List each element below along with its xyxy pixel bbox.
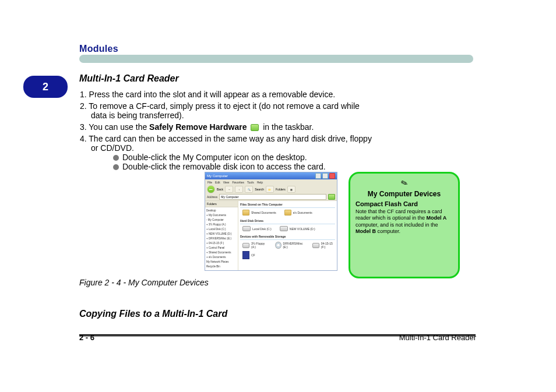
menu-tools[interactable]: Tools: [247, 181, 254, 184]
header-bar: [79, 55, 473, 63]
toolbar: ⟵ Back → ↑ 🔍 Search 📁 Folders ▦: [205, 185, 337, 193]
tree-item[interactable]: - My Computer: [206, 218, 237, 223]
footer-text: Multi-In-1 Card Reader: [399, 333, 476, 342]
menu-view[interactable]: View: [223, 181, 230, 184]
folders-button[interactable]: 📁: [266, 186, 274, 193]
tree-item[interactable]: Recycle Bin: [206, 264, 237, 269]
address-input[interactable]: My Computer: [219, 194, 326, 200]
new-volume-d-item[interactable]: NEW VOLUME (D:): [280, 226, 315, 231]
tree-item[interactable]: + 3½ Floppy (A:): [206, 223, 237, 227]
drive-icon: [280, 226, 288, 231]
floppy-a-item[interactable]: 3½ Floppy (A:): [242, 242, 267, 249]
menu-file[interactable]: File: [207, 181, 212, 184]
maximize-button[interactable]: [322, 173, 328, 179]
group-hard-disk: Hard Disk Drives: [240, 219, 335, 223]
tree-item[interactable]: My Network Places: [206, 260, 237, 264]
menu-edit[interactable]: Edit: [215, 181, 220, 184]
tree-item[interactable]: + a's Documents: [206, 255, 237, 260]
cd-icon: [275, 242, 281, 249]
window-titlebar: My Computer: [205, 172, 337, 179]
address-row: Address My Computer: [205, 193, 337, 201]
up-button[interactable]: ↑: [235, 186, 243, 193]
sidebar-header: Folders: [205, 201, 238, 207]
header-text: Modules: [79, 44, 118, 54]
folder-icon: [284, 210, 291, 216]
compact-flash-icon: [242, 251, 249, 259]
menu-favorites[interactable]: Favorites: [232, 181, 244, 184]
tree-item[interactable]: Desktop: [206, 209, 237, 213]
cd-e-item[interactable]: DRIVERS/Misc (E:): [275, 242, 304, 249]
tree-item[interactable]: + NEW VOLUME (D:): [206, 232, 237, 236]
copy-heading: Copying Files to a Multi-In-1 Card: [79, 309, 227, 319]
step-4b: or CD/DVD.: [91, 143, 417, 153]
cf-card-item[interactable]: CF: [242, 251, 255, 259]
user-documents-item[interactable]: a's Documents: [284, 210, 312, 216]
drive-icon: [242, 226, 251, 231]
back-button[interactable]: ⟵: [207, 185, 215, 193]
window-title: My Computer: [207, 174, 228, 178]
local-disk-c-item[interactable]: Local Disk (C:): [242, 226, 272, 231]
address-label: Address: [207, 195, 217, 199]
step-2b: data is being transferred).: [91, 111, 417, 120]
chapter-pill: 2: [23, 76, 68, 98]
search-button[interactable]: 🔍: [245, 186, 253, 193]
forward-button[interactable]: →: [225, 186, 233, 193]
tree-item[interactable]: + Shared Documents: [206, 250, 237, 255]
sidebar-panel: Folders Desktop + My Documents - My Comp…: [205, 201, 238, 271]
screenshot-my-computer: My Computer File Edit View Favorites Too…: [205, 172, 337, 271]
floppy-icon: [242, 243, 249, 248]
step-4-sub1: Double-click the My Computer icon on the…: [113, 153, 307, 162]
note-body: Note that the CF card requires a card re…: [356, 209, 453, 235]
step-4: 4. The card can then be accessed in the …: [80, 134, 406, 143]
safely-remove-icon: [251, 124, 259, 131]
folder-icon: [242, 210, 249, 216]
step-1: 1. Press the card into the slot and it w…: [80, 90, 406, 99]
step-2: 2. To remove a CF-card, simply press it …: [80, 101, 406, 111]
step-3: 3. You can use the Safely Remove Hardwar…: [80, 122, 406, 132]
go-button[interactable]: [328, 194, 335, 200]
menu-bar: File Edit View Favorites Tools Help: [205, 179, 337, 185]
tree-item[interactable]: + My Documents: [206, 213, 237, 218]
tree-item[interactable]: + DRIVERS/Misc (E:): [206, 236, 237, 241]
close-button[interactable]: [329, 173, 335, 179]
tree-item[interactable]: + Control Panel: [206, 246, 237, 250]
note-subtitle: Compact Flash Card: [356, 200, 453, 207]
group-files-stored: Files Stored on This Computer: [240, 203, 335, 206]
drive-icon: [312, 243, 319, 248]
section-title: Multi-In-1 Card Reader: [79, 73, 179, 84]
tree-item[interactable]: + 04-15-15 (F:): [206, 241, 237, 246]
figure-label: Figure 2 - 4 - My Computer Devices: [79, 278, 209, 287]
footer-page-number: 2 - 6: [79, 333, 94, 342]
note-box: ✎ My Computer Devices Compact Flash Card…: [349, 172, 460, 278]
group-removable: Devices with Removable Storage: [240, 235, 335, 238]
removable-f-item[interactable]: 04-15-15 (F:): [312, 242, 335, 249]
folder-tree[interactable]: Desktop + My Documents - My Computer + 3…: [205, 207, 238, 270]
minimize-button[interactable]: [315, 173, 321, 179]
menu-help[interactable]: Help: [257, 181, 263, 184]
step-4-sub2: Double-click the removable disk icon to …: [113, 162, 326, 171]
views-button[interactable]: ▦: [287, 186, 295, 193]
shared-documents-item[interactable]: Shared Documents: [242, 210, 276, 216]
tree-item[interactable]: + Local Disk (C:): [206, 227, 237, 232]
content-pane: Files Stored on This Computer Shared Doc…: [238, 201, 337, 271]
